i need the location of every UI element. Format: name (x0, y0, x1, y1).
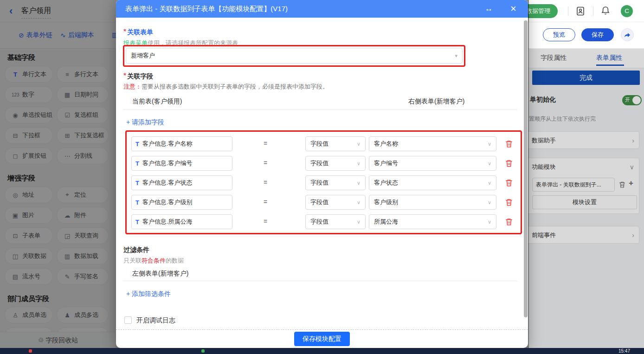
required-asterisk: * (123, 28, 126, 36)
caret-down-icon: ∨ (357, 161, 361, 167)
linked-form-select[interactable]: 新增客户 ▾ (126, 48, 463, 64)
mapping-left-field[interactable]: T客户信息.客户级别 (131, 195, 232, 210)
mapping-right-select[interactable]: 客户级别∨ (369, 195, 496, 210)
note-pre: 只关联 (123, 257, 142, 264)
preview-button[interactable]: 预览 (543, 28, 575, 41)
plus-icon: + (126, 290, 130, 297)
taskbar-app-icon[interactable] (201, 349, 205, 353)
mapping-type-select[interactable]: 字段值∨ (305, 136, 366, 151)
selected-value: 所属公海 (374, 218, 398, 226)
save-button[interactable]: 保存 (581, 28, 614, 41)
taskbar-clock: 15:47 (618, 348, 630, 354)
selected-value: 客户名称 (374, 140, 398, 148)
linked-form-label: *关联表单 (123, 28, 153, 37)
note-text: 使用，请选择报表所配置的来源表 (148, 39, 238, 46)
delete-row-icon[interactable] (505, 159, 513, 167)
filter-note: 只关联符合条件的数据 (123, 257, 184, 265)
divider (568, 6, 568, 16)
mapping-type-select[interactable]: 字段值∨ (305, 214, 366, 229)
note-post: 的数据 (166, 257, 184, 264)
expand-icon[interactable]: ↔ (485, 0, 493, 18)
equals-sign: = (264, 179, 267, 186)
notice-text: 需要从报表多选数据中关联到子表单的字段，必须是报表中添加字段。 (142, 83, 328, 90)
delete-row-icon[interactable] (505, 179, 513, 187)
caret-down-icon: ∨ (357, 180, 361, 186)
share-arrow-icon (624, 32, 631, 38)
delete-row-icon[interactable] (505, 198, 513, 206)
mapping-left-field[interactable]: T客户信息.所属公海 (131, 214, 232, 229)
text-icon: T (135, 160, 139, 167)
save-module-config-button[interactable]: 保存模块配置 (294, 332, 350, 346)
close-icon[interactable]: × (510, 0, 516, 18)
modal-backdrop-right (529, 49, 644, 348)
add-field-link[interactable]: + 请添加字段 (126, 118, 164, 127)
note-highlight: 符合条件 (142, 257, 166, 264)
plus-icon: + (126, 118, 130, 126)
user-avatar[interactable]: C (621, 5, 633, 17)
field-value: 客户信息.客户级别 (142, 198, 193, 206)
divider (593, 6, 593, 16)
equals-sign: = (264, 159, 267, 167)
caret-down-icon: ∨ (357, 200, 361, 206)
footer-divider (116, 329, 528, 330)
contacts-icon[interactable] (575, 6, 586, 16)
linked-fields-notice: 注意：需要从报表多选数据中关联到子表单的字段，必须是报表中添加字段。 (123, 83, 328, 91)
divider (123, 109, 517, 110)
caret-down-icon: ∨ (488, 161, 491, 167)
filter-table-header: 左侧表单(新增客户) (132, 270, 188, 278)
add-label: 请添加字段 (132, 118, 164, 126)
text-icon: T (135, 199, 139, 206)
mapping-left-field[interactable]: T客户信息.客户编号 (131, 156, 232, 171)
add-label: 添加筛选条件 (132, 290, 171, 297)
mapping-left-field[interactable]: T客户信息.客户状态 (131, 175, 232, 190)
share-button[interactable] (621, 28, 634, 41)
modal-scrollbar[interactable] (524, 20, 528, 317)
os-taskbar: 15:47 (0, 348, 644, 354)
label-text: 关联表单 (127, 28, 153, 36)
selected-value: 字段值 (310, 218, 328, 226)
caret-down-icon: ▾ (455, 53, 457, 59)
current-table-header: 当前表(客户领用) (132, 97, 182, 106)
field-value: 客户信息.客户名称 (142, 140, 193, 148)
equals-sign: = (264, 218, 267, 225)
caret-down-icon: ∨ (488, 141, 491, 147)
taskbar-app-icon[interactable] (29, 349, 32, 353)
field-value: 客户信息.客户编号 (142, 159, 193, 167)
delete-row-icon[interactable] (505, 218, 513, 226)
report-menu-link[interactable]: 报表菜单 (123, 39, 148, 46)
caret-down-icon: ∨ (357, 141, 361, 147)
mapping-right-select[interactable]: 客户名称∨ (369, 136, 496, 151)
debug-log-label: 开启调试日志 (136, 316, 175, 325)
module-config-modal: 表单弹出 - 关联数据到子表单【功能模块配置】(V17) ↔ × *关联表单 报… (116, 0, 528, 348)
selected-value: 字段值 (310, 179, 328, 187)
label-text: 关联字段 (127, 72, 153, 80)
divider (123, 281, 517, 281)
text-icon: T (135, 219, 139, 225)
selected-value: 新增客户 (131, 51, 155, 60)
caret-down-icon: ∨ (357, 219, 361, 225)
caret-down-icon: ∨ (488, 180, 491, 186)
mapping-right-select[interactable]: 客户状态∨ (369, 175, 496, 190)
mapping-left-field[interactable]: T客户信息.客户名称 (131, 136, 232, 151)
debug-log-checkbox[interactable] (124, 316, 132, 324)
filter-condition-label: 过滤条件 (123, 246, 149, 254)
notice-prefix: 注意： (123, 83, 142, 90)
notification-bell-icon[interactable] (600, 6, 611, 16)
selected-value: 客户编号 (374, 159, 398, 167)
mapping-type-select[interactable]: 字段值∨ (305, 175, 366, 190)
required-asterisk: * (123, 72, 126, 80)
add-filter-link[interactable]: + 添加筛选条件 (126, 290, 171, 298)
selected-value: 字段值 (310, 159, 328, 167)
delete-row-icon[interactable] (505, 140, 513, 148)
linked-form-note: 报表菜单使用，请选择报表所配置的来源表 (123, 39, 238, 47)
mapping-right-select[interactable]: 所属公海∨ (369, 214, 496, 229)
field-value: 客户信息.所属公海 (142, 218, 193, 226)
mapping-right-select[interactable]: 客户编号∨ (369, 156, 496, 171)
mapping-type-select[interactable]: 字段值∨ (305, 195, 366, 210)
mapping-type-select[interactable]: 字段值∨ (305, 156, 366, 171)
modal-title: 表单弹出 - 关联数据到子表单【功能模块配置】(V17) (125, 0, 288, 18)
caret-down-icon: ∨ (488, 219, 491, 225)
selected-value: 客户状态 (374, 179, 398, 187)
text-icon: T (135, 141, 139, 148)
selected-value: 字段值 (310, 198, 328, 206)
